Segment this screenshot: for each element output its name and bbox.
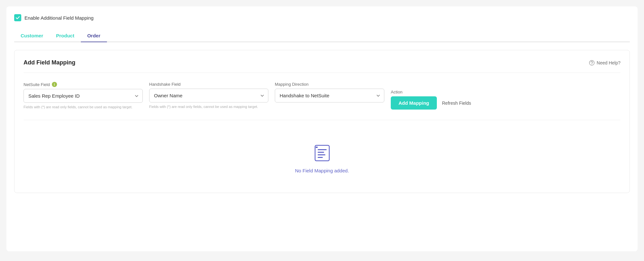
action-buttons: Add Mapping Refresh Fields — [391, 96, 472, 110]
svg-point-1 — [591, 64, 592, 64]
svg-rect-5 — [318, 154, 325, 155]
need-help-label: Need Help? — [597, 60, 620, 65]
enable-label: Enable Additional Field Mapping — [24, 15, 93, 21]
empty-state-text: No Field Mapping added. — [295, 168, 349, 173]
mapping-direction-group: Mapping Direction Handshake to NetSuite … — [275, 82, 384, 102]
need-help-button[interactable]: Need Help? — [589, 60, 620, 66]
tabs-row: Customer Product Order — [14, 29, 630, 42]
mapping-direction-label: Mapping Direction — [275, 82, 384, 87]
netsuite-field-select[interactable]: Sales Rep Employee ID Customer Name Orde… — [24, 89, 143, 103]
chat-icon — [589, 60, 595, 66]
enable-row: Enable Additional Field Mapping — [14, 14, 630, 21]
add-field-mapping-card: Add Field Mapping Need Help? NetSuite Fi… — [14, 50, 630, 193]
tab-product[interactable]: Product — [50, 30, 81, 42]
handshake-field-note: Fields with (*) are read only fields, ca… — [149, 104, 259, 109]
form-row: NetSuite Field i Sales Rep Employee ID C… — [24, 82, 620, 110]
svg-rect-3 — [318, 149, 327, 150]
netsuite-field-note: Fields with (*) are read only fields, ca… — [24, 105, 133, 110]
section-divider — [24, 120, 620, 120]
action-label: Action — [391, 90, 472, 94]
refresh-fields-button[interactable]: Refresh Fields — [441, 98, 472, 108]
page-wrapper: Enable Additional Field Mapping Customer… — [6, 6, 638, 251]
empty-list-icon — [312, 143, 332, 163]
mapping-direction-select[interactable]: Handshake to NetSuite NetSuite to Handsh… — [275, 89, 384, 102]
handshake-field-label: Handshake Field — [149, 82, 268, 87]
add-mapping-button[interactable]: Add Mapping — [391, 96, 437, 110]
svg-rect-4 — [318, 152, 324, 153]
empty-state: No Field Mapping added. — [24, 130, 620, 180]
card-header: Add Field Mapping Need Help? — [24, 59, 620, 73]
svg-rect-6 — [318, 157, 323, 158]
tab-order[interactable]: Order — [81, 30, 107, 42]
enable-checkbox[interactable] — [14, 14, 21, 21]
tab-customer[interactable]: Customer — [14, 30, 50, 42]
action-col: Action Add Mapping Refresh Fields — [391, 82, 472, 110]
netsuite-field-group: NetSuite Field i Sales Rep Employee ID C… — [24, 82, 143, 110]
handshake-field-group: Handshake Field Owner Name Customer ID P… — [149, 82, 268, 109]
netsuite-info-icon[interactable]: i — [52, 82, 57, 87]
handshake-field-select[interactable]: Owner Name Customer ID Product Code Orde… — [149, 89, 268, 102]
netsuite-field-label: NetSuite Field i — [24, 82, 143, 87]
svg-rect-7 — [316, 147, 318, 148]
card-title: Add Field Mapping — [24, 59, 75, 66]
